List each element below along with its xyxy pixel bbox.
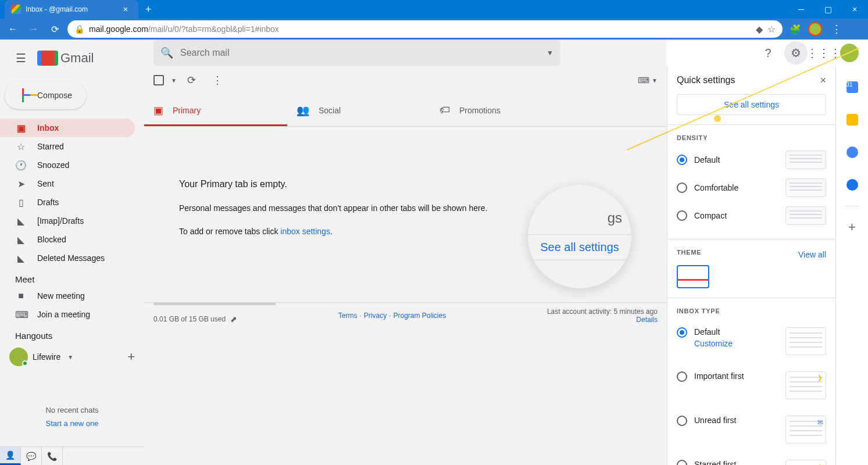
- browser-tab[interactable]: Inbox - @gmail.com ×: [5, 0, 138, 19]
- close-panel-icon[interactable]: ×: [820, 74, 826, 87]
- account-avatar[interactable]: [840, 44, 859, 62]
- inbox-type-section: INBOX TYPE DefaultCustomize Important fi…: [667, 298, 835, 465]
- search-input[interactable]: [180, 48, 540, 58]
- select-all-checkbox[interactable]: [153, 75, 164, 85]
- radio-icon: [677, 416, 687, 426]
- hangouts-tab-chat[interactable]: 💬: [21, 447, 42, 465]
- hangouts-tab-contacts[interactable]: 👤: [0, 447, 21, 465]
- more-icon[interactable]: ⋮: [207, 70, 228, 91]
- calendar-icon[interactable]: 31: [841, 76, 864, 99]
- inbox-settings-link[interactable]: inbox settings: [280, 227, 330, 236]
- tab-panel: ▼ ⟳ ⋮ ⌨▼ ▣Primary 👥Social 🏷Promotions Yo…: [144, 66, 667, 465]
- tab-close-icon[interactable]: ×: [120, 3, 131, 15]
- customize-link[interactable]: Customize: [694, 339, 778, 348]
- gmail-favicon: [12, 5, 21, 14]
- add-hangout-icon[interactable]: +: [127, 349, 135, 364]
- tasks-icon[interactable]: [841, 141, 864, 164]
- view-all-themes-link[interactable]: View all: [798, 250, 826, 259]
- keep-icon[interactable]: [841, 108, 864, 131]
- incognito-icon[interactable]: ◆: [756, 24, 763, 35]
- apps-icon[interactable]: ⋮⋮⋮: [812, 41, 835, 65]
- nav-new-meeting[interactable]: ■New meeting: [0, 287, 135, 305]
- theme-thumbnail[interactable]: [677, 265, 709, 288]
- hangouts-avatar: [9, 348, 28, 366]
- browser-menu-icon[interactable]: ⋮: [827, 23, 846, 35]
- add-addon-icon[interactable]: +: [841, 216, 864, 239]
- select-dropdown-icon[interactable]: ▼: [171, 77, 177, 84]
- nav-inbox[interactable]: ▣Inbox: [0, 119, 135, 137]
- address-bar[interactable]: 🔒 mail.google.com/mail/u/0/?tab=rm&ogbl&…: [67, 20, 783, 38]
- tag-icon: 🏷: [440, 104, 450, 116]
- inbox-preview: [785, 416, 826, 443]
- divider: [845, 206, 859, 206]
- window-controls: ─ ▢ ×: [788, 0, 868, 19]
- details-link[interactable]: Details: [547, 316, 658, 324]
- inbox-starred[interactable]: Starred first: [677, 452, 826, 465]
- people-icon: 👥: [297, 104, 309, 117]
- bookmark-icon[interactable]: ☆: [767, 24, 776, 35]
- radio-icon: [677, 371, 687, 382]
- tab-primary[interactable]: ▣Primary: [144, 94, 287, 126]
- tab-promotions[interactable]: 🏷Promotions: [430, 94, 573, 126]
- extensions-icon[interactable]: 🧩: [787, 21, 803, 37]
- privacy-link[interactable]: Privacy: [364, 312, 387, 320]
- inbox-tab-icon: ▣: [153, 104, 163, 117]
- hangouts-user[interactable]: Lifewire ▼ +: [0, 343, 144, 371]
- radio-icon: [677, 210, 687, 221]
- nav-join-meeting[interactable]: ⌨Join a meeting: [0, 305, 135, 324]
- caret-down-icon[interactable]: ▼: [67, 354, 73, 360]
- start-chat-link[interactable]: Start a new one: [0, 419, 144, 428]
- see-all-settings-button[interactable]: See all settings: [677, 94, 826, 115]
- profile-avatar-small[interactable]: [808, 22, 822, 36]
- radio-icon: [677, 155, 687, 165]
- maximize-button[interactable]: ▢: [815, 0, 841, 19]
- contacts-icon[interactable]: [841, 173, 864, 196]
- density-comfortable[interactable]: Comfortable: [677, 174, 826, 202]
- refresh-icon[interactable]: ⟳: [181, 70, 202, 91]
- reload-button[interactable]: ⟳: [47, 21, 63, 37]
- nav-drafts[interactable]: ▯Drafts: [0, 193, 135, 212]
- back-button[interactable]: ←: [5, 21, 21, 37]
- density-compact[interactable]: Compact: [677, 202, 826, 230]
- callout-dot: [714, 115, 721, 122]
- help-icon[interactable]: ?: [756, 41, 780, 65]
- tab-toolbar: ▼ ⟳ ⋮ ⌨▼: [144, 66, 667, 94]
- density-preview: [785, 206, 826, 225]
- settings-icon[interactable]: ⚙: [784, 41, 808, 65]
- nav-starred[interactable]: ☆Starred: [0, 137, 135, 156]
- minimize-button[interactable]: ─: [788, 0, 815, 19]
- search-box[interactable]: 🔍 ▼: [153, 40, 560, 66]
- inbox-unread[interactable]: Unread first: [677, 407, 826, 452]
- forward-button[interactable]: →: [26, 21, 42, 37]
- compose-button[interactable]: Compose: [5, 81, 86, 109]
- nav-blocked[interactable]: ◣Blocked: [0, 230, 135, 249]
- search-icon[interactable]: 🔍: [160, 46, 173, 59]
- nav-list: ▣Inbox ☆Starred 🕐Snoozed ➤Sent ▯Drafts ◣…: [0, 119, 144, 267]
- keyboard-icon: ⌨: [15, 309, 27, 320]
- density-default[interactable]: Default: [677, 146, 826, 174]
- hangouts-tab-phone[interactable]: 📞: [42, 447, 63, 465]
- gmail-logo[interactable]: Gmail: [37, 51, 94, 66]
- nav-sent[interactable]: ➤Sent: [0, 174, 135, 193]
- nav-imap-drafts[interactable]: ◣[Imap]/Drafts: [0, 212, 135, 230]
- storage-text: 0.01 GB of 15 GB used⬈: [153, 314, 237, 324]
- search-options-icon[interactable]: ▼: [546, 49, 553, 57]
- terms-link[interactable]: Terms: [338, 312, 358, 320]
- tab-social[interactable]: 👥Social: [287, 94, 430, 126]
- main-menu-icon[interactable]: ☰: [9, 46, 33, 70]
- inbox-icon: ▣: [15, 123, 27, 134]
- nav-snoozed[interactable]: 🕐Snoozed: [0, 156, 135, 174]
- external-link-icon[interactable]: ⬈: [230, 314, 237, 324]
- close-button[interactable]: ×: [841, 0, 868, 19]
- inbox-default[interactable]: DefaultCustomize: [677, 319, 826, 363]
- star-icon: ☆: [15, 141, 27, 152]
- policies-link[interactable]: Program Policies: [393, 312, 446, 320]
- gmail-m-icon: [37, 51, 58, 66]
- new-tab-button[interactable]: +: [138, 3, 159, 16]
- magnify-text: See all settings: [540, 241, 619, 254]
- label-icon: ◣: [15, 234, 27, 245]
- label-icon: ◣: [15, 216, 27, 227]
- inbox-important[interactable]: Important first: [677, 363, 826, 407]
- nav-deleted[interactable]: ◣Deleted Messages: [0, 249, 135, 267]
- input-tool-selector[interactable]: ⌨▼: [638, 76, 658, 85]
